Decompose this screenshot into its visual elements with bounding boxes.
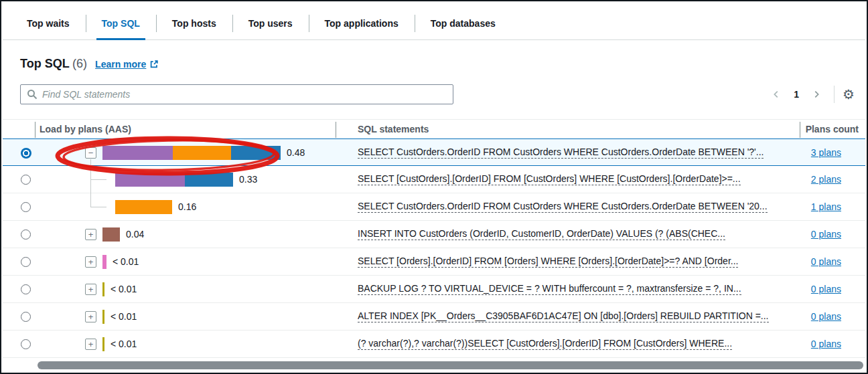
plans-count-link[interactable]: 1 plans bbox=[811, 201, 841, 212]
row-select-cell bbox=[3, 193, 35, 220]
table-header: Load by plans (AAS) SQL statements Plans… bbox=[3, 119, 865, 139]
sql-statement-link[interactable]: INSERT INTO CustOrders (OrderID, Custome… bbox=[358, 228, 725, 240]
load-cell: +< 0.01 bbox=[35, 276, 336, 302]
radio-button[interactable] bbox=[21, 148, 31, 159]
sql-statement-link[interactable]: BACKUP LOG ? TO VIRTUAL_DEVICE = ? WITH … bbox=[358, 283, 741, 295]
chevron-right-icon bbox=[812, 90, 821, 99]
tab-top-hosts[interactable]: Top hosts bbox=[156, 7, 232, 39]
plans-cell: 0 plans bbox=[800, 276, 865, 302]
radio-button[interactable] bbox=[21, 175, 31, 185]
panel-heading: Top SQL (6) Learn more bbox=[20, 57, 159, 71]
radio-button[interactable] bbox=[21, 339, 31, 349]
table-row: +0.04INSERT INTO CustOrders (OrderID, Cu… bbox=[3, 221, 865, 248]
sql-cell: SELECT [Orders].[OrderID] FROM [Orders] … bbox=[336, 248, 800, 275]
tab-bar: Top waits Top SQL Top hosts Top users To… bbox=[3, 7, 865, 40]
sql-cell: BACKUP LOG ? TO VIRTUAL_DEVICE = ? WITH … bbox=[336, 276, 800, 302]
sql-statement-link[interactable]: SELECT [Orders].[OrderID] FROM [Orders] … bbox=[358, 256, 738, 268]
load-bar-segment bbox=[102, 282, 104, 296]
learn-more-link[interactable]: Learn more bbox=[95, 59, 159, 70]
sql-cell: (? varchar(?),? varchar(?))SELECT [CustO… bbox=[336, 331, 800, 357]
plans-count-link[interactable]: 0 plans bbox=[811, 229, 841, 240]
load-bar-segment bbox=[115, 173, 185, 187]
tree-line bbox=[90, 193, 91, 207]
radio-button[interactable] bbox=[21, 202, 31, 212]
tab-top-waits[interactable]: Top waits bbox=[11, 7, 86, 39]
plans-count-link[interactable]: 0 plans bbox=[811, 256, 841, 267]
horizontal-scrollbar[interactable] bbox=[38, 361, 863, 369]
sql-statement-link[interactable]: SELECT [CustOrders].[OrderID] FROM [Cust… bbox=[358, 173, 741, 185]
radio-button[interactable] bbox=[21, 312, 31, 322]
load-column-header: Load by plans (AAS) bbox=[35, 120, 336, 138]
chevron-left-icon bbox=[772, 90, 781, 99]
load-cell: 0.33 bbox=[35, 166, 336, 193]
load-cell: −0.48 bbox=[35, 139, 336, 165]
load-cell: +< 0.01 bbox=[35, 303, 336, 330]
load-bar-segment bbox=[102, 146, 173, 160]
load-bar-segment bbox=[102, 310, 104, 324]
load-bar-segment bbox=[173, 146, 231, 160]
table-body: −0.48SELECT CustOrders.OrderID FROM Cust… bbox=[3, 138, 865, 358]
row-select-cell bbox=[3, 331, 35, 357]
search-box bbox=[20, 84, 453, 104]
load-bar-segment bbox=[115, 200, 172, 214]
search-input[interactable] bbox=[42, 89, 447, 100]
tab-top-databases[interactable]: Top databases bbox=[415, 7, 512, 39]
sql-statement-link[interactable]: ALTER INDEX [PK__Orders__C3905BAF6D1AC47… bbox=[358, 310, 769, 322]
current-page[interactable]: 1 bbox=[788, 89, 804, 100]
tab-top-users[interactable]: Top users bbox=[232, 7, 309, 39]
sql-cell: SELECT CustOrders.OrderID FROM CustOrder… bbox=[336, 193, 800, 220]
plans-count-link[interactable]: 0 plans bbox=[811, 339, 841, 349]
top-sql-table: Load by plans (AAS) SQL statements Plans… bbox=[3, 119, 865, 358]
expand-icon[interactable]: + bbox=[85, 256, 96, 268]
load-bar bbox=[102, 282, 104, 296]
load-bar-segment bbox=[185, 173, 233, 187]
sql-statement-link[interactable]: SELECT CustOrders.OrderID FROM CustOrder… bbox=[358, 147, 764, 159]
tab-top-applications[interactable]: Top applications bbox=[309, 7, 415, 39]
pager-divider bbox=[834, 86, 835, 103]
load-bar-segment bbox=[102, 255, 106, 269]
tree-line bbox=[90, 179, 106, 180]
plans-cell: 1 plans bbox=[800, 193, 865, 220]
plans-count-link[interactable]: 2 plans bbox=[811, 174, 841, 185]
sql-cell: ALTER INDEX [PK__Orders__C3905BAF6D1AC47… bbox=[336, 303, 800, 330]
plans-cell: 0 plans bbox=[800, 303, 865, 330]
page-title: Top SQL bbox=[20, 57, 70, 70]
expand-icon[interactable]: + bbox=[85, 311, 96, 322]
row-select-cell bbox=[3, 303, 35, 330]
load-bar-segment bbox=[102, 337, 104, 351]
sql-statement-link[interactable]: SELECT CustOrders.OrderID FROM CustOrder… bbox=[358, 201, 768, 213]
table-row: +< 0.01SELECT [Orders].[OrderID] FROM [O… bbox=[3, 248, 865, 276]
tree-line bbox=[90, 207, 106, 207]
radio-button[interactable] bbox=[21, 284, 31, 294]
sql-column-header: SQL statements bbox=[336, 120, 800, 138]
table-row: 0.16SELECT CustOrders.OrderID FROM CustO… bbox=[3, 193, 865, 221]
sql-statement-link[interactable]: (? varchar(?),? varchar(?))SELECT [CustO… bbox=[358, 338, 732, 350]
load-bar bbox=[102, 146, 281, 160]
row-select-cell bbox=[3, 166, 35, 193]
selection-column-header bbox=[3, 120, 35, 138]
learn-more-label: Learn more bbox=[95, 59, 146, 70]
expand-icon[interactable]: + bbox=[85, 229, 96, 240]
plans-count-link[interactable]: 0 plans bbox=[811, 284, 841, 294]
plans-count-link[interactable]: 0 plans bbox=[811, 311, 841, 322]
prev-page-button[interactable] bbox=[767, 85, 786, 104]
plans-count-link[interactable]: 3 plans bbox=[811, 147, 841, 158]
load-bar bbox=[102, 337, 104, 351]
search-icon bbox=[27, 89, 38, 100]
next-page-button[interactable] bbox=[807, 85, 826, 104]
load-value: 0.48 bbox=[287, 139, 305, 167]
expand-icon[interactable]: + bbox=[85, 339, 96, 350]
result-count: (6) bbox=[72, 57, 87, 70]
expand-icon[interactable]: + bbox=[85, 284, 96, 295]
radio-button[interactable] bbox=[21, 229, 31, 240]
settings-gear-icon[interactable]: ⚙ bbox=[843, 88, 855, 101]
plans-cell: 0 plans bbox=[800, 248, 865, 275]
table-row: +< 0.01ALTER INDEX [PK__Orders__C3905BAF… bbox=[3, 303, 865, 331]
load-cell: +< 0.01 bbox=[35, 248, 336, 275]
plans-cell: 2 plans bbox=[800, 166, 865, 193]
top-sql-panel: Top waits Top SQL Top hosts Top users To… bbox=[0, 0, 868, 374]
tab-top-sql[interactable]: Top SQL bbox=[86, 7, 156, 39]
collapse-icon[interactable]: − bbox=[85, 147, 96, 159]
radio-button[interactable] bbox=[21, 257, 31, 267]
row-select-cell bbox=[3, 139, 35, 165]
